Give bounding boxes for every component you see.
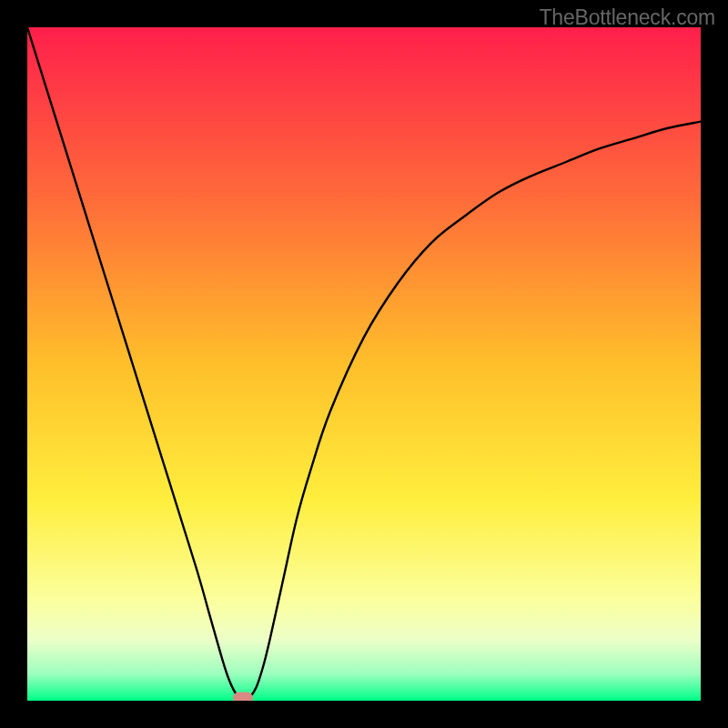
bottleneck-curve bbox=[27, 27, 701, 701]
curve-layer bbox=[27, 27, 701, 701]
minimum-marker bbox=[233, 693, 253, 701]
watermark-text: TheBottleneck.com bbox=[540, 5, 715, 30]
plot-area bbox=[27, 27, 701, 701]
chart-container: TheBottleneck.com bbox=[0, 0, 728, 728]
